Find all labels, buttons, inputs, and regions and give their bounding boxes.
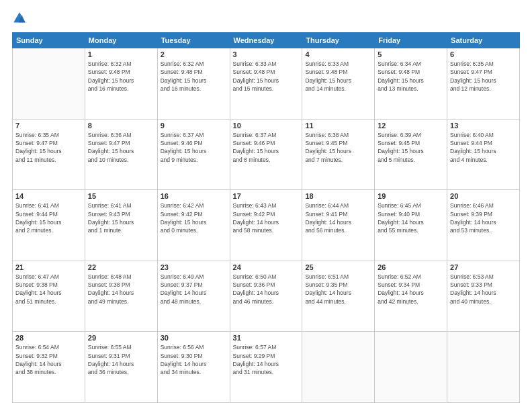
calendar-cell [302,332,375,403]
calendar-cell: 6Sunrise: 6:35 AM Sunset: 9:47 PM Daylig… [447,48,520,120]
calendar-cell: 16Sunrise: 6:42 AM Sunset: 9:42 PM Dayli… [157,190,230,261]
day-info: Sunrise: 6:42 AM Sunset: 9:42 PM Dayligh… [161,201,227,234]
calendar-cell: 18Sunrise: 6:44 AM Sunset: 9:41 PM Dayli… [302,190,375,261]
day-info: Sunrise: 6:52 AM Sunset: 9:34 PM Dayligh… [378,273,444,306]
calendar-cell: 10Sunrise: 6:37 AM Sunset: 9:46 PM Dayli… [230,119,302,190]
day-info: Sunrise: 6:50 AM Sunset: 9:36 PM Dayligh… [233,273,300,306]
day-info: Sunrise: 6:32 AM Sunset: 9:48 PM Dayligh… [161,60,227,93]
day-number: 17 [233,192,300,200]
day-number: 4 [305,50,371,58]
day-number: 2 [161,50,227,58]
page: SundayMondayTuesdayWednesdayThursdayFrid… [0,0,532,411]
weekday-header: Monday [85,33,157,48]
calendar-cell: 8Sunrise: 6:36 AM Sunset: 9:47 PM Daylig… [85,119,157,190]
day-info: Sunrise: 6:57 AM Sunset: 9:29 PM Dayligh… [233,343,300,376]
day-number: 5 [378,50,444,58]
day-info: Sunrise: 6:56 AM Sunset: 9:30 PM Dayligh… [161,343,227,376]
day-number: 26 [378,263,444,271]
day-info: Sunrise: 6:32 AM Sunset: 9:48 PM Dayligh… [88,60,154,93]
day-number: 14 [15,192,82,200]
calendar-cell: 17Sunrise: 6:43 AM Sunset: 9:42 PM Dayli… [230,190,302,261]
calendar-cell: 28Sunrise: 6:54 AM Sunset: 9:32 PM Dayli… [13,332,85,403]
calendar-cell: 14Sunrise: 6:41 AM Sunset: 9:44 PM Dayli… [13,190,85,261]
day-number: 23 [161,263,227,271]
day-number: 7 [15,122,82,130]
calendar-cell: 1Sunrise: 6:32 AM Sunset: 9:48 PM Daylig… [85,48,157,120]
day-number: 25 [305,263,371,271]
calendar-cell: 12Sunrise: 6:39 AM Sunset: 9:45 PM Dayli… [375,119,447,190]
day-number: 30 [161,334,227,342]
day-info: Sunrise: 6:48 AM Sunset: 9:38 PM Dayligh… [88,273,154,306]
day-info: Sunrise: 6:34 AM Sunset: 9:48 PM Dayligh… [378,60,444,93]
calendar-cell: 24Sunrise: 6:50 AM Sunset: 9:36 PM Dayli… [230,261,302,332]
header [12,11,520,26]
calendar-cell: 2Sunrise: 6:32 AM Sunset: 9:48 PM Daylig… [157,48,230,120]
weekday-header: Tuesday [157,33,230,48]
calendar-cell: 5Sunrise: 6:34 AM Sunset: 9:48 PM Daylig… [375,48,447,120]
day-info: Sunrise: 6:36 AM Sunset: 9:47 PM Dayligh… [88,131,154,164]
calendar-cell: 31Sunrise: 6:57 AM Sunset: 9:29 PM Dayli… [230,332,302,403]
day-number: 29 [88,334,154,342]
calendar-week-row: 7Sunrise: 6:35 AM Sunset: 9:47 PM Daylig… [13,119,520,190]
day-info: Sunrise: 6:54 AM Sunset: 9:32 PM Dayligh… [15,343,82,376]
day-number: 20 [450,192,517,200]
calendar-cell: 30Sunrise: 6:56 AM Sunset: 9:30 PM Dayli… [157,332,230,403]
day-info: Sunrise: 6:46 AM Sunset: 9:39 PM Dayligh… [450,201,517,234]
logo-icon [12,11,27,26]
day-info: Sunrise: 6:33 AM Sunset: 9:48 PM Dayligh… [305,60,371,93]
day-number: 1 [88,50,154,58]
day-info: Sunrise: 6:53 AM Sunset: 9:33 PM Dayligh… [450,273,517,306]
calendar-cell: 11Sunrise: 6:38 AM Sunset: 9:45 PM Dayli… [302,119,375,190]
calendar-cell: 13Sunrise: 6:40 AM Sunset: 9:44 PM Dayli… [447,119,520,190]
calendar-table: SundayMondayTuesdayWednesdayThursdayFrid… [12,32,520,403]
weekday-header: Wednesday [230,33,302,48]
calendar-header: SundayMondayTuesdayWednesdayThursdayFrid… [13,33,520,48]
day-number: 24 [233,263,300,271]
weekday-header: Friday [375,33,447,48]
calendar-cell [375,332,447,403]
logo [12,11,30,26]
day-number: 21 [15,263,82,271]
day-number: 12 [378,122,444,130]
calendar-cell: 26Sunrise: 6:52 AM Sunset: 9:34 PM Dayli… [375,261,447,332]
day-number: 10 [233,122,300,130]
calendar-week-row: 21Sunrise: 6:47 AM Sunset: 9:38 PM Dayli… [13,261,520,332]
day-number: 11 [305,122,371,130]
day-info: Sunrise: 6:35 AM Sunset: 9:47 PM Dayligh… [450,60,517,93]
calendar-cell: 4Sunrise: 6:33 AM Sunset: 9:48 PM Daylig… [302,48,375,120]
day-info: Sunrise: 6:47 AM Sunset: 9:38 PM Dayligh… [15,273,82,306]
day-number: 8 [88,122,154,130]
day-number: 13 [450,122,517,130]
day-info: Sunrise: 6:35 AM Sunset: 9:47 PM Dayligh… [15,131,82,164]
calendar-cell: 9Sunrise: 6:37 AM Sunset: 9:46 PM Daylig… [157,119,230,190]
calendar-cell: 25Sunrise: 6:51 AM Sunset: 9:35 PM Dayli… [302,261,375,332]
calendar-week-row: 1Sunrise: 6:32 AM Sunset: 9:48 PM Daylig… [13,48,520,120]
calendar-week-row: 28Sunrise: 6:54 AM Sunset: 9:32 PM Dayli… [13,332,520,403]
calendar-week-row: 14Sunrise: 6:41 AM Sunset: 9:44 PM Dayli… [13,190,520,261]
day-info: Sunrise: 6:37 AM Sunset: 9:46 PM Dayligh… [161,131,227,164]
day-number: 27 [450,263,517,271]
calendar-cell: 15Sunrise: 6:41 AM Sunset: 9:43 PM Dayli… [85,190,157,261]
calendar-cell: 22Sunrise: 6:48 AM Sunset: 9:38 PM Dayli… [85,261,157,332]
day-info: Sunrise: 6:41 AM Sunset: 9:44 PM Dayligh… [15,201,82,234]
weekday-header: Saturday [447,33,520,48]
day-number: 16 [161,192,227,200]
day-number: 15 [88,192,154,200]
calendar-cell: 21Sunrise: 6:47 AM Sunset: 9:38 PM Dayli… [13,261,85,332]
calendar-cell: 20Sunrise: 6:46 AM Sunset: 9:39 PM Dayli… [447,190,520,261]
weekday-header: Sunday [13,33,85,48]
day-number: 18 [305,192,371,200]
calendar-cell: 23Sunrise: 6:49 AM Sunset: 9:37 PM Dayli… [157,261,230,332]
day-number: 9 [161,122,227,130]
day-info: Sunrise: 6:55 AM Sunset: 9:31 PM Dayligh… [88,343,154,376]
day-info: Sunrise: 6:39 AM Sunset: 9:45 PM Dayligh… [378,131,444,164]
day-info: Sunrise: 6:41 AM Sunset: 9:43 PM Dayligh… [88,201,154,234]
calendar-cell: 29Sunrise: 6:55 AM Sunset: 9:31 PM Dayli… [85,332,157,403]
day-number: 28 [15,334,82,342]
weekday-header: Thursday [302,33,375,48]
day-info: Sunrise: 6:37 AM Sunset: 9:46 PM Dayligh… [233,131,300,164]
weekday-row: SundayMondayTuesdayWednesdayThursdayFrid… [13,33,520,48]
day-info: Sunrise: 6:38 AM Sunset: 9:45 PM Dayligh… [305,131,371,164]
calendar-cell: 27Sunrise: 6:53 AM Sunset: 9:33 PM Dayli… [447,261,520,332]
day-number: 3 [233,50,300,58]
